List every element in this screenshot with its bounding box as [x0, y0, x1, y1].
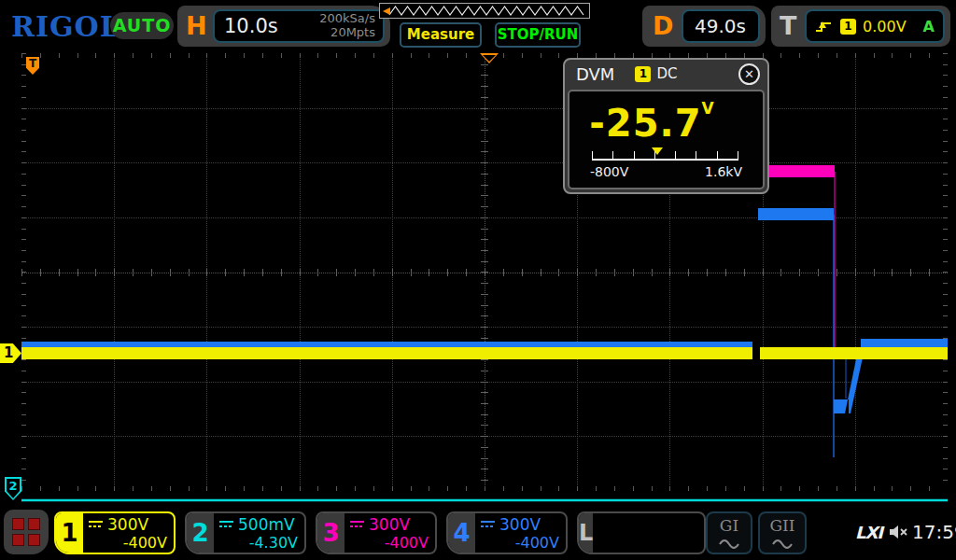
- waveform-display-area[interactable]: [21, 53, 948, 491]
- trigger-label: T: [780, 6, 796, 47]
- dc-coupling-icon: [89, 521, 103, 529]
- dvm-header: DVM 1 DC ✕: [565, 60, 767, 88]
- channel-3-scale: 300V: [369, 515, 410, 534]
- trigger-source-badge: 1: [840, 19, 856, 35]
- delay-panel[interactable]: D 49.0s: [642, 6, 766, 47]
- dvm-source-badge: 1: [635, 66, 651, 82]
- dvm-scale-max: 1.6kV: [705, 164, 742, 179]
- channel-4-box[interactable]: 4 300V -400V: [446, 511, 568, 554]
- dvm-unit: V: [702, 99, 715, 118]
- speaker-muted-icon: [888, 523, 908, 541]
- channel-4-scale: 300V: [499, 515, 541, 534]
- channel-2-number: 2: [187, 513, 214, 553]
- dvm-window[interactable]: DVM 1 DC ✕ -25.7V -800V 1.6kV: [563, 58, 769, 194]
- menu-icon: [12, 518, 40, 546]
- channel-2-box[interactable]: 2 500mV -4.30V: [185, 511, 306, 554]
- dc-coupling-icon: [481, 521, 495, 529]
- channel-4-offset: -400V: [481, 534, 559, 552]
- generator-2-button[interactable]: GII: [758, 511, 807, 554]
- horizontal-label: H: [186, 6, 207, 47]
- dvm-reading: -25.7V: [569, 99, 735, 145]
- trigger-readout[interactable]: 1 0.00V A: [805, 9, 945, 43]
- digital-channels-box[interactable]: L 0 1 2 3 4 5 6 7 8 9 10 11 12 13 14 15: [577, 511, 706, 554]
- horizontal-readout[interactable]: 10.0s 200kSa/s 20Mpts: [213, 9, 385, 43]
- ch2-position-marker[interactable]: 2: [5, 477, 21, 500]
- dvm-mode: DC: [656, 65, 677, 82]
- digital-label: L: [579, 513, 593, 553]
- rigol-logo: RIGOL: [11, 10, 120, 43]
- menu-button[interactable]: [4, 510, 49, 554]
- measure-button[interactable]: Measure: [400, 22, 482, 48]
- close-icon[interactable]: ✕: [738, 63, 760, 85]
- channel-3-box[interactable]: 3 300V -400V: [316, 511, 437, 554]
- sine-wave-icon: [771, 539, 794, 549]
- channel-1-offset: -400V: [89, 534, 167, 552]
- generator-1-label: GI: [708, 517, 751, 535]
- sample-rate: 200kSa/s: [319, 12, 375, 26]
- trigger-panel[interactable]: T 1 0.00V A: [771, 6, 950, 47]
- memory-waveform-icon: [380, 4, 589, 18]
- stop-run-button[interactable]: STOP/RUN: [495, 22, 581, 48]
- digital-row-1: 0 1 2 3 4 5 6 7: [599, 551, 706, 554]
- timebase-value: 10.0s: [224, 15, 278, 37]
- dc-coupling-icon: [350, 521, 364, 529]
- channel-1-box[interactable]: 1 300V -400V: [54, 511, 176, 554]
- channel-1-scale: 300V: [107, 515, 148, 534]
- delay-value: 49.0s: [695, 15, 746, 37]
- lxi-logo: LXI: [855, 523, 882, 542]
- channel-2-offset: -4.30V: [219, 534, 298, 552]
- memory-position-icon: [383, 7, 390, 15]
- acquisition-memory-bar: [379, 3, 590, 19]
- dvm-scale-min: -800V: [590, 164, 628, 179]
- channel-4-number: 4: [448, 513, 475, 553]
- memory-depth: 20Mpts: [319, 26, 375, 40]
- ch1-position-marker[interactable]: 1: [0, 343, 21, 363]
- horizontal-panel[interactable]: H 10.0s 200kSa/s 20Mpts: [177, 6, 390, 47]
- channel-2-scale: 500mV: [238, 515, 295, 534]
- delay-label: D: [653, 6, 673, 47]
- generator-2-label: GII: [760, 517, 805, 535]
- channel-3-offset: -400V: [350, 534, 429, 552]
- trigger-slope-icon: [815, 19, 833, 34]
- dvm-pointer-icon: [652, 147, 663, 155]
- sine-wave-icon: [718, 539, 740, 549]
- generator-1-button[interactable]: GI: [706, 511, 752, 554]
- dvm-scale-ruler: [592, 151, 738, 161]
- delay-readout[interactable]: 49.0s: [682, 9, 760, 43]
- run-status-badge: AUTO: [110, 12, 174, 39]
- dvm-title: DVM: [576, 64, 614, 84]
- trigger-level-value: 0.00V: [863, 18, 907, 35]
- trigger-mode: A: [923, 18, 935, 35]
- dc-coupling-icon: [219, 521, 233, 529]
- dvm-display: -25.7V -800V 1.6kV: [568, 90, 765, 189]
- clock: 17:59: [912, 521, 956, 543]
- channel-1-number: 1: [56, 513, 83, 553]
- channel-3-number: 3: [317, 513, 344, 553]
